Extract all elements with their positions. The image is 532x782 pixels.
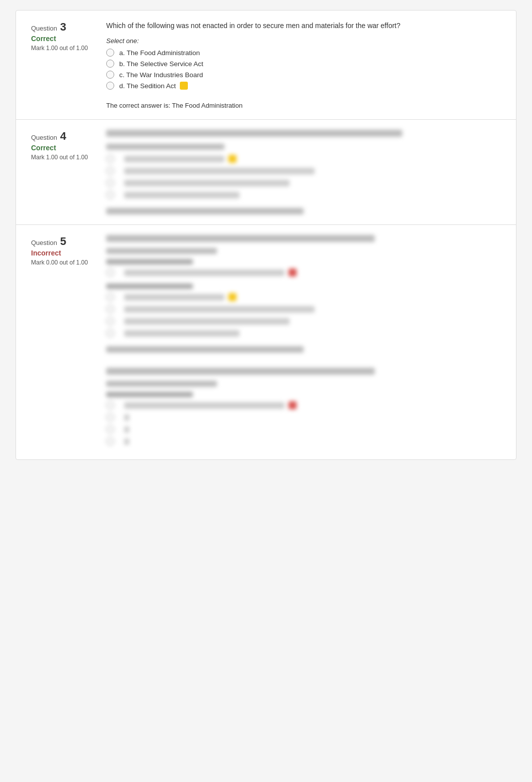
radio-3d [106,82,114,90]
radio-3b [106,60,114,68]
option-3c[interactable]: c. The War Industries Board [106,71,501,79]
flag-yellow-3d [180,82,188,90]
question-meta-3: Question 3 Correct Mark 1.00 out of 1.00 [21,21,101,109]
question-text-3: Which of the following was not enacted i… [106,21,501,31]
question-label-3: Question [31,25,57,32]
option-3d[interactable]: d. The Sedition Act [106,82,501,90]
radio-3a [106,49,114,57]
option-text-3a: a. The Food Administration [119,49,200,57]
question-number-4: 4 [60,130,66,143]
option-text-3c: c. The War Industries Board [119,71,203,79]
question-meta-4: Question 4 Correct Mark 1.00 out of 1.00 [21,130,101,214]
question-label-5: Question [31,239,57,246]
quiz-review-page: Question 3 Correct Mark 1.00 out of 1.00… [16,10,516,460]
question-content-4 [101,130,511,214]
options-list-3: a. The Food Administration b. The Select… [106,49,501,90]
question-meta-5: Question 5 Incorrect Mark 0.00 out of 1.… [21,235,101,449]
option-3b[interactable]: b. The Selective Service Act [106,60,501,68]
option-text-3d: d. The Sedition Act [119,82,176,90]
question-label-4: Question [31,134,57,141]
option-3a[interactable]: a. The Food Administration [106,49,501,57]
question-content-3: Which of the following was not enacted i… [101,21,511,109]
question-mark-4: Mark 1.00 out of 1.00 [31,154,96,161]
question-mark-5: Mark 0.00 out of 1.00 [31,259,96,266]
correct-answer-3: The correct answer is: The Food Administ… [106,97,501,109]
question-number-5: 5 [60,235,66,248]
question-status-3: Correct [31,35,96,43]
question-status-4: Correct [31,144,96,152]
question-number-3: 3 [60,21,66,34]
question-content-5 [101,235,511,449]
question-block-3: Question 3 Correct Mark 1.00 out of 1.00… [16,11,516,120]
question-block-5: Question 5 Incorrect Mark 0.00 out of 1.… [16,225,516,459]
question-status-5: Incorrect [31,249,96,257]
question-mark-3: Mark 1.00 out of 1.00 [31,45,96,52]
question-block-4: Question 4 Correct Mark 1.00 out of 1.00 [16,120,516,225]
select-one-label-3: Select one: [106,37,501,45]
option-text-3b: b. The Selective Service Act [119,60,203,68]
radio-3c [106,71,114,79]
